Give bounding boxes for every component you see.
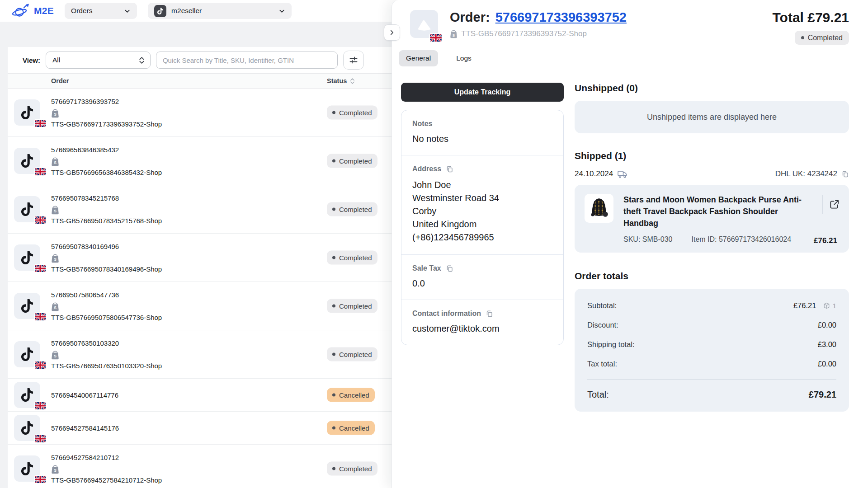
order-info-card: Notes No notes Address John Doe Westmins… (401, 110, 564, 345)
drawer-collapse-button[interactable] (384, 24, 400, 41)
view-label: View: (23, 56, 40, 64)
status-dot (332, 353, 335, 356)
order-info-column: Update Tracking Notes No notes Address J… (401, 83, 564, 412)
channel-order-id: TTS-GB576695078340169496-Shop (51, 265, 162, 273)
open-listing-button[interactable] (829, 199, 840, 210)
contact-section: Contact information customer@tiktok.com (401, 300, 563, 345)
product-item-id: Item ID: 576697173426016024 (691, 235, 791, 244)
view-select[interactable]: All (46, 52, 151, 69)
status-badge: Completed (327, 299, 377, 313)
chevron-right-icon (389, 29, 395, 36)
status-badge: Completed (327, 462, 377, 476)
totals-row-value: £0.00 (818, 321, 836, 329)
notes-value: No notes (412, 133, 552, 145)
select-arrows-icon (139, 56, 145, 64)
uk-flag-icon (35, 216, 46, 224)
uk-flag-icon (35, 120, 46, 127)
drawer-tabs: General Logs (399, 50, 868, 66)
package-icon (823, 302, 830, 309)
status-badge: Completed (795, 31, 849, 45)
address-lines: John Doe Westminster Road 34 Corby Unite… (412, 178, 552, 244)
orders-nav-select[interactable]: Orders (65, 3, 137, 19)
m2e-logo[interactable]: M2E (12, 4, 54, 18)
column-header-status[interactable]: Status (327, 77, 355, 84)
svg-text:S: S (54, 209, 57, 213)
notes-label: Notes (412, 120, 432, 128)
order-label: Order: (450, 10, 490, 25)
logo-text: M2E (34, 5, 54, 16)
quantity-indicator: 1 (823, 302, 836, 310)
copy-icon (446, 265, 453, 272)
product-title: Stars and Moon Women Backpack Purse Anti… (623, 194, 804, 229)
tab-logs[interactable]: Logs (451, 50, 477, 66)
tune-filter-icon (349, 56, 358, 65)
svg-text:S: S (54, 160, 57, 165)
uk-flag-icon (35, 361, 46, 369)
svg-text:S: S (54, 305, 57, 310)
shopify-icon: S (51, 302, 59, 311)
status-dot (332, 394, 335, 397)
grand-total-row: Total: £79.21 (587, 379, 836, 400)
totals-row: Shipping total: £3.00 (587, 340, 836, 349)
order-row-text: 576697173396393752 S TTS-GB5766971733963… (51, 98, 162, 128)
order-row-text: 576694527584210712 S TTS-GB5766945275842… (51, 454, 162, 484)
order-row-text: 576696563846385432 S TTS-GB5766965638463… (51, 146, 162, 176)
shipment-date: 24.10.2024 (575, 169, 627, 178)
copy-icon (841, 170, 849, 178)
svg-text:S: S (453, 33, 455, 37)
channel-order-id: TTS-GB576697173396393752-Shop (461, 29, 587, 38)
copy-tracking-button[interactable] (841, 170, 849, 178)
product-info: Stars and Moon Women Backpack Purse Anti… (623, 194, 839, 244)
shopify-icon: S (450, 30, 458, 38)
sort-icon[interactable] (350, 78, 355, 84)
order-id: 576694527584210712 (51, 454, 119, 461)
tiktok-channel-icon (14, 244, 40, 271)
uk-flag-icon (35, 313, 46, 320)
status-badge: Completed (327, 251, 377, 265)
tiktok-icon (20, 347, 34, 361)
totals-row-value: £3.00 (818, 340, 836, 349)
copy-sale-tax-button[interactable] (446, 265, 453, 272)
filter-button[interactable] (343, 51, 364, 70)
tiktok-icon (20, 251, 34, 264)
channel-order-id: TTS-GB576696563846385432-Shop (51, 169, 162, 176)
totals-row: Discount: £0.00 (587, 321, 836, 329)
search-input[interactable] (156, 52, 338, 69)
order-totals-card: Subtotal: £76.21 1 Discount: £0.00 Shipp… (575, 289, 849, 412)
tab-general[interactable]: General (399, 50, 438, 66)
unshipped-heading: Unshipped (0) (575, 83, 849, 94)
tiktok-channel-icon (14, 341, 40, 367)
product-image (585, 194, 613, 223)
grand-total-value: £79.21 (809, 389, 836, 400)
order-id-link[interactable]: 576697173396393752 (495, 10, 627, 25)
status-badge: Completed (327, 154, 377, 168)
svg-text:S: S (54, 112, 57, 117)
copy-icon (486, 310, 493, 318)
status-badge: Completed (327, 347, 377, 361)
order-row-text: 576695078340169496 S TTS-GB5766950783401… (51, 243, 162, 273)
contact-label: Contact information (412, 310, 481, 318)
order-id: 576694540067114776 (51, 391, 118, 399)
sale-tax-value: 0.0 (412, 278, 552, 289)
order-total: Total £79.21 (772, 10, 849, 25)
shipped-item-card: Stars and Moon Women Backpack Purse Anti… (575, 185, 849, 253)
totals-row-label: Discount: (587, 321, 818, 329)
uk-flag-icon (430, 34, 442, 42)
tiktok-channel-icon (14, 148, 40, 174)
totals-row-label: Shipping total: (587, 340, 818, 349)
chevron-down-icon (124, 8, 131, 14)
status-dot (801, 36, 804, 39)
copy-address-button[interactable] (446, 165, 453, 173)
status-dot (332, 256, 335, 259)
totals-row: Tax total: £0.00 (587, 360, 836, 368)
tiktok-icon (20, 299, 34, 313)
update-tracking-button[interactable]: Update Tracking (401, 83, 564, 102)
product-meta: SKU: SMB-030 Item ID: 576697173426016024 (623, 235, 804, 244)
copy-contact-button[interactable] (486, 310, 493, 318)
account-select[interactable]: m2eseller (148, 3, 292, 19)
product-price: £76.21 (814, 236, 837, 245)
totals-row-value: £0.00 (818, 360, 836, 368)
status-dot (332, 305, 335, 308)
order-id: 576695075806547736 (51, 291, 119, 299)
tiktok-icon (20, 388, 34, 402)
